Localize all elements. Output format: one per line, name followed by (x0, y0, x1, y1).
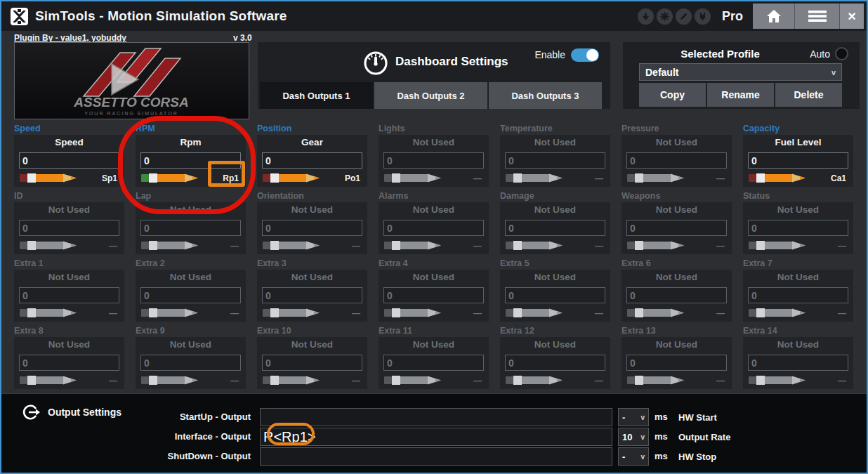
cell-output-name: Not Used (14, 204, 124, 217)
cell-output-name: Not Used (136, 204, 246, 217)
home-button[interactable] (753, 4, 795, 29)
cell-output-code: — (352, 376, 360, 386)
rename-button[interactable]: Rename (707, 83, 774, 107)
ms-unit-label: ms (655, 431, 668, 442)
cell-value-input[interactable] (140, 152, 241, 169)
cell-value-input[interactable] (748, 355, 848, 371)
dash-outputs-grid: Speed Speed Sp1 RPM Rpm Rp1 Position Gea… (14, 124, 853, 390)
burst-icon[interactable] (657, 8, 673, 25)
pencil-gauge-icon (263, 308, 322, 318)
cell-value-input[interactable] (19, 287, 119, 303)
cell-value-input[interactable] (748, 152, 848, 169)
startup-output-input[interactable] (260, 408, 612, 426)
cell-value-input[interactable] (383, 152, 484, 169)
cell-category-label: Extra 6 (622, 258, 732, 270)
edit-pencil-icon[interactable] (676, 8, 692, 25)
cell-panel: Not Used — (622, 135, 732, 187)
cell-category-label: Lights (379, 124, 489, 135)
dash-output-cell: Extra 1 Not Used — (14, 258, 124, 323)
cell-panel: Not Used — (622, 202, 732, 254)
pencil-gauge-icon (384, 173, 443, 183)
dash-output-cell: Extra 9 Not Used — (136, 326, 246, 390)
cell-panel: Not Used — (743, 202, 853, 254)
cell-value-input[interactable] (383, 287, 484, 303)
cell-value-input[interactable] (140, 287, 241, 303)
copy-button[interactable]: Copy (639, 83, 706, 107)
tab-dash-outputs-1[interactable]: Dash Outputs 1 (260, 82, 373, 109)
cell-output-name: Not Used (14, 272, 124, 284)
cell-value-input[interactable] (262, 220, 362, 236)
cell-value-input[interactable] (383, 355, 484, 371)
cell-output-code: — (716, 376, 725, 386)
hw-stop-dropdown[interactable]: -v (618, 447, 649, 466)
shutdown-output-input[interactable] (260, 447, 612, 466)
dash-output-cell: Extra 2 Not Used — (136, 258, 246, 323)
cell-value-input[interactable] (626, 287, 727, 303)
cell-value-input[interactable] (626, 355, 727, 371)
cell-output-name: Rpm (136, 137, 246, 150)
cell-value-input[interactable] (383, 220, 484, 236)
cell-category-label: Temperature (500, 124, 610, 135)
cell-category-label: RPM (136, 124, 246, 135)
tab-dash-outputs-3[interactable]: Dash Outputs 3 (489, 82, 602, 109)
cell-output-name: Not Used (136, 272, 246, 284)
cell-value-input[interactable] (140, 220, 241, 236)
pencil-gauge-icon (141, 240, 200, 251)
cell-output-code: — (716, 173, 725, 183)
cell-value-input[interactable] (748, 220, 848, 236)
pencil-gauge-icon (627, 375, 686, 386)
pencil-gauge-icon (20, 173, 79, 183)
cell-output-code: — (595, 376, 603, 386)
auto-toggle[interactable] (835, 47, 848, 60)
close-button[interactable]: × (840, 4, 864, 29)
cell-value-input[interactable] (19, 355, 119, 371)
pencil-gauge-icon (749, 308, 808, 318)
cell-value-input[interactable] (626, 220, 727, 236)
dash-output-cell: Pressure Not Used — (622, 124, 732, 188)
cell-value-input[interactable] (262, 355, 362, 371)
menu-button[interactable] (795, 4, 840, 29)
cell-value-input[interactable] (505, 220, 605, 236)
dash-output-cell: Extra 12 Not Used — (500, 326, 610, 390)
cell-category-label: Extra 12 (500, 326, 610, 337)
simtools-logo-icon (10, 7, 29, 26)
dash-output-cell: Extra 11 Not Used — (379, 326, 489, 390)
pencil-gauge-icon (627, 173, 686, 183)
cell-output-code: — (109, 308, 117, 318)
toggle-knob (586, 49, 598, 61)
cell-output-name: Not Used (500, 137, 610, 150)
profile-dropdown[interactable]: Default v (639, 63, 842, 81)
cell-value-input[interactable] (19, 220, 119, 236)
tab-dash-outputs-2[interactable]: Dash Outputs 2 (374, 82, 487, 109)
output-rate-dropdown[interactable]: 10v (618, 428, 649, 446)
cell-value-input[interactable] (262, 152, 362, 169)
pencil-gauge-icon (263, 173, 322, 183)
plug-icon[interactable] (695, 8, 711, 25)
download-icon[interactable] (638, 8, 654, 25)
cell-value-input[interactable] (505, 152, 605, 169)
cell-value-input[interactable] (505, 287, 605, 303)
cell-output-code: — (352, 308, 360, 318)
cell-value-input[interactable] (505, 355, 605, 371)
pencil-gauge-icon (20, 240, 79, 251)
interface-output-input[interactable] (260, 428, 612, 446)
cell-value-input[interactable] (19, 152, 119, 169)
hw-start-dropdown[interactable]: -v (618, 408, 649, 426)
cell-value-input[interactable] (748, 287, 848, 303)
cell-output-code: — (595, 308, 603, 318)
cell-value-input[interactable] (262, 287, 362, 303)
startup-output-label: StartUp - Output (107, 412, 251, 422)
cell-output-name: Not Used (500, 339, 610, 352)
cell-panel: Speed Sp1 (14, 135, 124, 187)
pencil-gauge-icon (141, 308, 200, 318)
delete-button[interactable]: Delete (775, 83, 842, 107)
cell-output-code: Sp1 (102, 173, 117, 183)
cell-category-label: Extra 8 (14, 326, 124, 337)
output-settings-section: Output Settings StartUp - Output -v ms H… (1, 393, 867, 473)
cell-output-name: Gear (257, 137, 367, 150)
cell-category-label: Alarms (379, 191, 489, 202)
cell-value-input[interactable] (626, 152, 727, 169)
enable-toggle[interactable] (571, 48, 599, 62)
cell-category-label: Extra 1 (14, 258, 124, 270)
cell-value-input[interactable] (140, 355, 241, 371)
